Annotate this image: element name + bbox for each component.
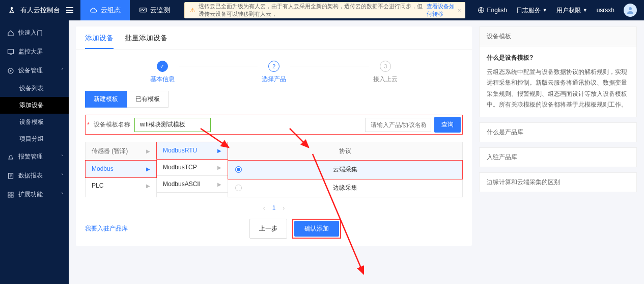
warn-icon: ⚠ [190, 7, 195, 14]
page-next[interactable]: › [283, 204, 285, 212]
sidebar-item-extend[interactable]: 扩展功能 ˅ [0, 185, 69, 204]
subtab-new-tpl[interactable]: 新建模板 [85, 91, 127, 108]
brand-title: 有人云控制台 [20, 6, 60, 15]
monitor-icon [139, 7, 147, 14]
tpl-name-input[interactable] [134, 118, 211, 132]
menu-toggle-icon[interactable] [66, 7, 73, 13]
search-input[interactable] [365, 118, 431, 132]
step-1-icon: ✓ [157, 61, 168, 72]
proto-option-edge[interactable]: 边缘采集 [228, 179, 462, 197]
topnav-cloud-monitor[interactable]: 云监测 [130, 0, 179, 20]
chevron-up-icon: ˄ [61, 68, 64, 73]
step-3-icon: 3 [380, 61, 391, 72]
topnav-label: 云组态 [101, 6, 121, 15]
close-icon[interactable]: × [458, 7, 461, 13]
topnav-label: 云监测 [150, 6, 170, 15]
sidebar-item-device-tpl[interactable]: 设备模板 [0, 114, 69, 131]
sidebar-item-quickstart[interactable]: 快速入门 [0, 23, 69, 42]
panel-title: 设备模板 [480, 27, 636, 46]
proto-option-cloud[interactable]: 云端采集 [228, 161, 462, 179]
required-star: * [87, 121, 90, 128]
notice-bar: ⚠ 透传云已全面升级为有人云，由于有人云采用全新的架构，透传云的数据不会进行同步… [184, 2, 465, 18]
tab-add-single[interactable]: 添加设备 [85, 34, 114, 49]
confirm-button[interactable]: 确认添加 [294, 221, 339, 237]
sidebar-item-device-mgmt[interactable]: 设备管理 ˄ [0, 61, 69, 80]
bell-icon [7, 153, 14, 161]
device-icon [7, 67, 14, 74]
col2-item-modbusascii[interactable]: ModbusASCII▶ [157, 176, 228, 193]
report-icon [7, 172, 14, 179]
col1-item-plc[interactable]: PLC▶ [86, 177, 156, 194]
footer-link-enroll[interactable]: 我要入驻产品库 [85, 224, 128, 233]
screen-icon [7, 48, 14, 56]
pagination: ‹ 1 › [85, 197, 463, 219]
tpl-name-label: 设备模板名称 [94, 120, 130, 129]
name-row: * 设备模板名称 查询 [85, 115, 463, 135]
radio-on-icon [235, 166, 242, 173]
panel-q2[interactable]: 什么是产品库 [479, 122, 637, 142]
radio-off-icon [235, 185, 242, 191]
right-panel: 设备模板 什么是设备模板? 云组态系统中配置与设备数据协议的解析规则，实现远程采… [479, 27, 637, 192]
log-service[interactable]: 日志服务▼ [516, 6, 547, 15]
col2-item-modbusrtu[interactable]: ModbusRTU▶ [157, 142, 228, 159]
main-card: 添加设备 批量添加设备 ✓基本信息 2选择产品 3接入上云 新建模板 已有模板 … [76, 27, 472, 246]
lang-switch[interactable]: English [478, 7, 507, 14]
chevron-down-icon: ˅ [61, 173, 64, 178]
page-prev[interactable]: ‹ [263, 204, 265, 212]
topnav-cloud-config[interactable]: 云组态 [80, 0, 130, 20]
sidebar: 快速入门 监控大屏 设备管理 ˄ 设备列表 添加设备 设备模板 项目分组 报警管… [0, 20, 69, 284]
panel-q3[interactable]: 入驻产品库 [479, 147, 637, 167]
svg-rect-9 [11, 192, 13, 194]
sidebar-item-project-group[interactable]: 项目分组 [0, 131, 69, 147]
svg-point-3 [629, 7, 632, 10]
page-current[interactable]: 1 [272, 204, 276, 212]
step-2-label: 选择产品 [262, 75, 286, 84]
globe-icon [478, 7, 485, 14]
step-2-icon: 2 [268, 61, 279, 72]
svg-rect-10 [8, 195, 10, 197]
chevron-down-icon: ˅ [61, 192, 64, 197]
svg-point-6 [10, 70, 12, 71]
subtab-exist-tpl[interactable]: 已有模板 [127, 91, 169, 108]
prev-button[interactable]: 上一步 [249, 219, 287, 239]
steps: ✓基本信息 2选择产品 3接入上云 [76, 49, 472, 91]
notice-text: 透传云已全面升级为有人云，由于有人云采用全新的架构，透传云的数据不会进行同步，但… [199, 3, 425, 18]
selector-grid: 传感器 (智泽)▶ Modbus▶ PLC▶ ModbusRTU▶ Modbus… [85, 142, 463, 197]
notice-link[interactable]: 查看设备如何转移 [427, 3, 460, 18]
proto-header: 协议 [228, 142, 462, 161]
step-1-label: 基本信息 [150, 75, 175, 84]
brand: 有人云控制台 [0, 6, 80, 15]
cloud-icon [90, 7, 98, 14]
col1-header: 传感器 (智泽)▶ [86, 142, 156, 161]
search-button[interactable]: 查询 [434, 117, 461, 133]
step-3-label: 接入上云 [373, 75, 398, 84]
user-perm[interactable]: 用户权限▼ [556, 6, 587, 15]
username[interactable]: usrsxh [597, 7, 614, 14]
svg-rect-4 [8, 49, 14, 54]
chevron-down-icon: ˅ [61, 154, 64, 160]
grid-icon [7, 191, 14, 198]
svg-rect-8 [8, 192, 10, 194]
tab-add-batch[interactable]: 批量添加设备 [125, 34, 167, 49]
panel-a1: 云组态系统中配置与设备数据协议的解析规则，实现远程采集和控制。新版云服务将通讯协… [487, 67, 629, 111]
panel-q4[interactable]: 边缘计算和云端采集的区别 [479, 172, 637, 192]
svg-rect-11 [11, 195, 13, 197]
home-icon [7, 30, 14, 37]
col1-item-modbus[interactable]: Modbus▶ [86, 161, 156, 177]
sidebar-item-report[interactable]: 数据报表 ˅ [0, 166, 69, 185]
sidebar-item-device-list[interactable]: 设备列表 [0, 80, 69, 97]
sidebar-item-add-device[interactable]: 添加设备 [0, 97, 69, 114]
panel-q1: 什么是设备模板? [487, 53, 629, 64]
sidebar-item-alarm[interactable]: 报警管理 ˅ [0, 147, 69, 166]
col2-item-modbustcp[interactable]: ModbusTCP▶ [157, 159, 228, 176]
sidebar-item-bigscreen[interactable]: 监控大屏 [0, 42, 69, 61]
brand-icon [7, 6, 16, 15]
avatar[interactable] [624, 4, 637, 17]
